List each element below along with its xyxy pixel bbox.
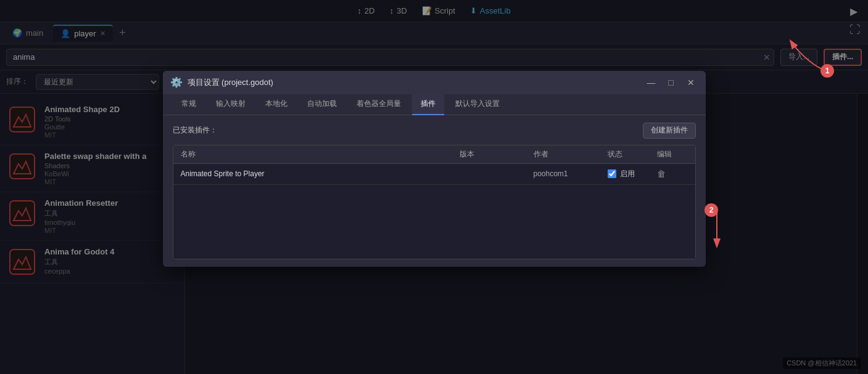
modal-section-title: 已安装插件： bbox=[173, 125, 217, 136]
plugin-table-header: 名称 版本 作者 状态 编辑 bbox=[173, 145, 695, 164]
header-version: 版本 bbox=[460, 149, 534, 160]
modal-overlay: ⚙️ 项目设置 (project.godot) — □ ✕ 常规 输入映射 本地… bbox=[0, 0, 868, 374]
header-status: 状态 bbox=[608, 149, 657, 160]
modal-section-header: 已安装插件： 创建新插件 bbox=[173, 123, 696, 139]
plugin-status: 启用 bbox=[608, 169, 657, 179]
modal-header: ⚙️ 项目设置 (project.godot) — □ ✕ bbox=[163, 71, 706, 94]
modal-tab-plugins[interactable]: 插件 bbox=[412, 94, 444, 115]
modal-tab-general[interactable]: 常规 bbox=[173, 94, 205, 115]
modal-tab-input[interactable]: 输入映射 bbox=[207, 94, 254, 115]
plugin-status-label: 启用 bbox=[620, 169, 635, 179]
modal-title: 项目设置 (project.godot) bbox=[188, 77, 639, 88]
header-edit: 编辑 bbox=[657, 149, 688, 160]
modal-minimize-button[interactable]: — bbox=[644, 75, 659, 90]
modal-tab-import[interactable]: 默认导入设置 bbox=[447, 94, 508, 115]
header-author: 作者 bbox=[534, 149, 608, 160]
modal-tab-shader-globals[interactable]: 着色器全局量 bbox=[348, 94, 410, 115]
project-settings-modal: ⚙️ 项目设置 (project.godot) — □ ✕ 常规 输入映射 本地… bbox=[163, 71, 706, 267]
plugin-name: Animated Sprite to Player bbox=[181, 169, 460, 178]
create-plugin-button[interactable]: 创建新插件 bbox=[643, 123, 696, 139]
plugin-table: 名称 版本 作者 状态 编辑 Animated Sprite to Player… bbox=[173, 145, 696, 259]
modal-title-icon: ⚙️ bbox=[170, 76, 183, 89]
plugin-author: poohcom1 bbox=[534, 169, 608, 178]
modal-tab-locale[interactable]: 本地化 bbox=[257, 94, 296, 115]
plugin-edit-button[interactable]: 🗑 bbox=[657, 169, 688, 179]
modal-body: 已安装插件： 创建新插件 名称 版本 作者 状态 编辑 Animated Spr… bbox=[163, 115, 706, 267]
modal-tabs: 常规 输入映射 本地化 自动加载 着色器全局量 插件 默认导入设置 bbox=[163, 94, 706, 115]
header-name: 名称 bbox=[181, 149, 460, 160]
modal-close-button[interactable]: ✕ bbox=[684, 75, 698, 90]
table-row: Animated Sprite to Player poohcom1 启用 🗑 bbox=[173, 164, 695, 185]
modal-tab-autoload[interactable]: 自动加载 bbox=[299, 94, 345, 115]
plugin-table-empty bbox=[173, 185, 695, 259]
plugin-enabled-checkbox[interactable] bbox=[608, 169, 616, 178]
modal-maximize-button[interactable]: □ bbox=[664, 75, 679, 90]
